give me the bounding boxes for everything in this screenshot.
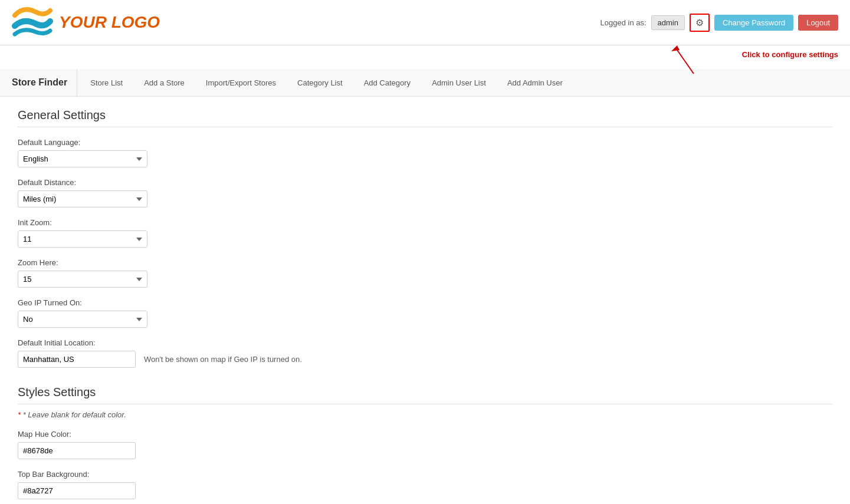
field-group-default-distance: Default Distance: Miles (mi) Kilometers … <box>18 178 832 207</box>
field-group-default-location: Default Initial Location: Won't be shown… <box>18 338 832 368</box>
default-distance-select[interactable]: Miles (mi) Kilometers (km) <box>18 190 147 207</box>
main-content: General Settings Default Language: Engli… <box>0 97 850 504</box>
map-hue-label: Map Hue Color: <box>18 430 832 439</box>
field-group-init-zoom: Init Zoom: 12345 678910 1112131415 <box>18 218 832 248</box>
admin-user-badge: admin <box>651 15 685 30</box>
default-location-label: Default Initial Location: <box>18 338 832 347</box>
zoom-here-label: Zoom Here: <box>18 258 832 267</box>
nav-item-add-admin-user[interactable]: Add Admin User <box>497 70 573 95</box>
nav-item-import-export[interactable]: Import/Export Stores <box>195 70 287 95</box>
logo-text: YOUR LOGO <box>59 13 160 32</box>
change-password-button[interactable]: Change Password <box>714 15 793 31</box>
logo-icon <box>12 5 53 40</box>
field-group-top-bar-bg: Top Bar Background: <box>18 470 832 499</box>
init-zoom-label: Init Zoom: <box>18 218 832 227</box>
logout-button[interactable]: Logout <box>798 15 838 31</box>
nav-item-add-store[interactable]: Add a Store <box>133 70 195 95</box>
field-group-default-language: Default Language: English Spanish French… <box>18 138 832 167</box>
default-language-select[interactable]: English Spanish French German <box>18 150 147 167</box>
field-group-map-hue: Map Hue Color: <box>18 430 832 459</box>
svg-line-0 <box>676 48 694 74</box>
general-settings-title: General Settings <box>18 108 832 127</box>
map-hue-input[interactable] <box>18 442 136 459</box>
asterisk: * <box>18 410 21 419</box>
default-location-note: Won't be shown on map if Geo IP is turne… <box>144 355 302 364</box>
nav-brand: Store Finder <box>6 69 77 96</box>
field-group-zoom-here: Zoom Here: 12345 678910 1112131415 <box>18 258 832 288</box>
styles-note: * * Leave blank for default color. <box>18 410 832 419</box>
navigation-bar: Store Finder Store List Add a Store Impo… <box>0 69 850 97</box>
nav-item-category-list[interactable]: Category List <box>287 70 353 95</box>
logged-in-label: Logged in as: <box>600 18 646 27</box>
geo-ip-select[interactable]: No Yes <box>18 311 147 328</box>
logo-area: YOUR LOGO <box>12 5 160 40</box>
arrow-icon <box>664 45 700 75</box>
header-right: Logged in as: admin ⚙ Change Password Lo… <box>600 14 839 32</box>
default-language-label: Default Language: <box>18 138 832 147</box>
header: YOUR LOGO Logged in as: admin ⚙ Change P… <box>0 0 850 45</box>
default-distance-label: Default Distance: <box>18 178 832 187</box>
field-group-geo-ip: Geo IP Turned On: No Yes <box>18 298 832 328</box>
styles-settings-section: Styles Settings * * Leave blank for defa… <box>18 386 832 499</box>
nav-item-admin-user-list[interactable]: Admin User List <box>421 70 497 95</box>
top-bar-bg-input[interactable] <box>18 482 136 499</box>
svg-marker-1 <box>671 45 680 51</box>
settings-gear-button[interactable]: ⚙ <box>690 14 710 32</box>
styles-settings-title: Styles Settings <box>18 386 832 404</box>
nav-item-add-category[interactable]: Add Category <box>353 70 422 95</box>
zoom-here-select[interactable]: 12345 678910 1112131415 <box>18 271 147 288</box>
click-annotation-text: Click to configure settings <box>742 50 838 59</box>
top-bar-bg-label: Top Bar Background: <box>18 470 832 479</box>
annotation-area: Click to configure settings <box>0 45 850 69</box>
nav-item-store-list[interactable]: Store List <box>80 70 133 95</box>
geo-ip-label: Geo IP Turned On: <box>18 298 832 307</box>
default-location-input[interactable] <box>18 351 136 368</box>
init-zoom-select[interactable]: 12345 678910 1112131415 <box>18 230 147 248</box>
